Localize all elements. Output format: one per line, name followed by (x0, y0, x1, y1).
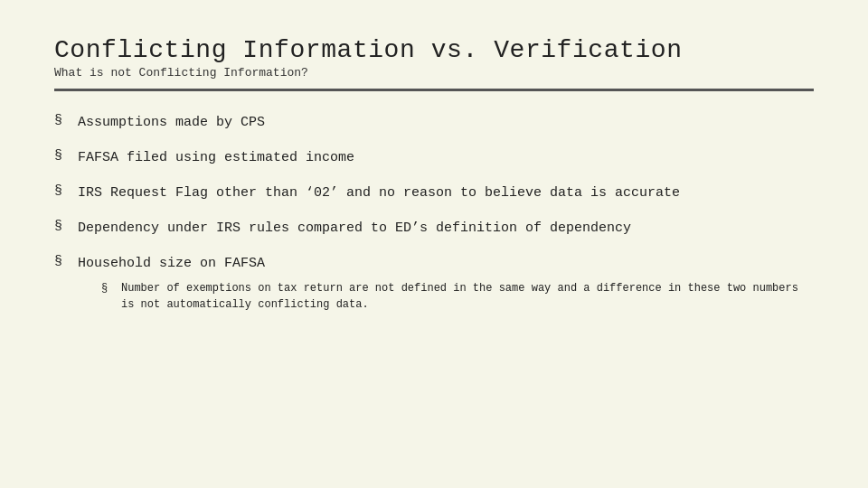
title-section: Conflicting Information vs. Verification… (54, 36, 814, 80)
list-item: § Household size on FAFSA § Number of ex… (54, 254, 814, 313)
list-item: § IRS Request Flag other than ‘02’ and n… (54, 183, 814, 202)
list-item: § Number of exemptions on tax return are… (101, 280, 814, 313)
bullet-content: Household size on FAFSA § Number of exem… (78, 254, 814, 313)
divider (54, 89, 814, 91)
subtitle: What is not Conflicting Information? (54, 66, 814, 80)
slide: Conflicting Information vs. Verification… (0, 0, 868, 488)
main-title: Conflicting Information vs. Verification (54, 36, 814, 64)
bullet-text: Dependency under IRS rules compared to E… (78, 219, 631, 238)
sub-bullet-marker: § (101, 280, 116, 296)
bullet-marker: § (54, 219, 71, 234)
bullet-text: Assumptions made by CPS (78, 113, 265, 132)
list-item: § FAFSA filed using estimated income (54, 148, 814, 167)
sub-bullet-text: Number of exemptions on tax return are n… (121, 280, 814, 313)
bullet-text: Household size on FAFSA (78, 256, 265, 271)
bullet-marker: § (54, 183, 71, 199)
bullet-marker: § (54, 254, 71, 269)
bullet-marker: § (54, 148, 71, 164)
list-item: § Dependency under IRS rules compared to… (54, 219, 814, 238)
bullet-list: § Assumptions made by CPS § FAFSA filed … (54, 113, 814, 313)
bullet-text: IRS Request Flag other than ‘02’ and no … (78, 183, 680, 202)
bullet-text: FAFSA filed using estimated income (78, 148, 354, 167)
list-item: § Assumptions made by CPS (54, 113, 814, 132)
bullet-marker: § (54, 113, 71, 128)
sub-bullet-list: § Number of exemptions on tax return are… (101, 280, 814, 313)
